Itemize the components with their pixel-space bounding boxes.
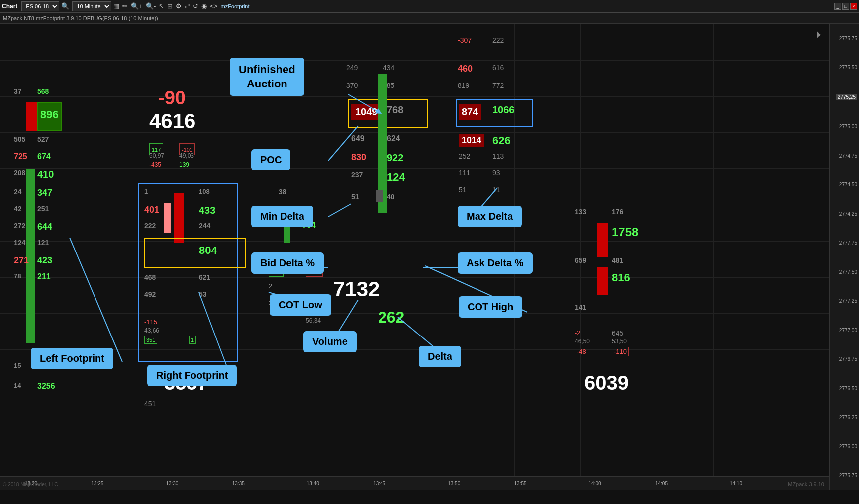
- price-tick: 2776,50: [839, 386, 857, 391]
- close-button[interactable]: ×: [850, 3, 857, 10]
- timeframe-select[interactable]: 10 Minute: [72, 1, 111, 11]
- c5-r4-2: 113: [492, 152, 504, 160]
- callout-min-delta-text: Min Delta: [260, 211, 304, 222]
- c1-r10-bid: 271: [14, 255, 29, 266]
- c2-bottom-val: 451: [144, 400, 156, 408]
- c2-r2-bid: 401: [144, 205, 159, 215]
- c1-r4-bid: 725: [14, 152, 27, 161]
- magnifier-icon[interactable]: 🔍: [61, 2, 69, 10]
- price-tick: 2774,75: [839, 153, 857, 159]
- svg-line-11: [199, 292, 229, 372]
- c1-last-ask: 3256: [37, 382, 55, 391]
- price-tick: 2777,25: [839, 298, 857, 304]
- c5-r5-1: 111: [459, 169, 470, 177]
- c5-val1: 874: [462, 106, 478, 117]
- c1-bottom-bid: 15: [14, 362, 21, 369]
- c2-r2-ask: 433: [199, 205, 215, 216]
- c1-r8-bid: 272: [14, 222, 25, 230]
- candle-c6-red2: [597, 267, 608, 295]
- time-1330: 13:30: [166, 481, 178, 486]
- zoom-out-icon[interactable]: 🔍-: [146, 2, 156, 10]
- c5-r3-1: 1014: [462, 135, 481, 145]
- callout-right-footprint: Right Footprint: [147, 365, 237, 386]
- chart-label: Chart: [2, 3, 17, 10]
- c2-box-val2: 1: [189, 336, 196, 344]
- infobar: MZpack.NT8.mzFootprint 3.9.10 DEBUG(ES 0…: [0, 13, 859, 24]
- indicator-icon[interactable]: ◉: [201, 2, 207, 10]
- plugin-name: mzFootprint: [220, 3, 249, 9]
- c1-r9-bid: 124: [14, 239, 25, 247]
- c4-red-cell: 1049: [351, 104, 382, 120]
- pencil-icon[interactable]: ✏: [122, 2, 128, 10]
- c2-price2: 49,03: [179, 152, 194, 159]
- refresh-icon[interactable]: ↺: [193, 2, 198, 10]
- nav-right-arrow[interactable]: ⏵: [814, 29, 824, 40]
- bars-icon[interactable]: ▦: [113, 2, 119, 10]
- c2-val2: 139: [179, 161, 189, 168]
- callout-unfinished-auction: Unfinished Auction: [230, 58, 304, 96]
- c1-r6-ask: 347: [37, 188, 52, 198]
- time-1400: 14:00: [589, 481, 601, 486]
- c2-vol-delta: -115: [144, 318, 157, 326]
- chart-data: 37 568 896 505 527 725 674 208 410 24 34…: [0, 24, 829, 476]
- maximize-button[interactable]: □: [842, 3, 849, 10]
- time-1405: 14:05: [655, 481, 668, 486]
- callout-volume-text: Volume: [312, 336, 348, 347]
- c2-r6-ask: 53: [199, 290, 207, 298]
- candle-c2-pink: [164, 203, 171, 233]
- window-buttons[interactable]: _ □ ×: [834, 3, 857, 10]
- c6-r1-1: 133: [575, 208, 586, 216]
- c6-box1: -48: [575, 347, 588, 356]
- callout-min-delta: Min Delta: [251, 206, 313, 227]
- zoom-in-icon[interactable]: 🔍+: [131, 2, 143, 10]
- callout-volume: Volume: [303, 331, 357, 352]
- callout-cot-low-text: COT Low: [279, 299, 322, 310]
- more-icon[interactable]: <>: [210, 2, 217, 10]
- cursor-icon[interactable]: ↖: [159, 2, 164, 10]
- volume-main: 7132: [333, 277, 380, 301]
- instrument-select[interactable]: ES 06-18: [21, 1, 59, 11]
- c1-r11-ask: 211: [37, 272, 51, 281]
- c1-r5-ask: 410: [37, 169, 54, 180]
- c2-r1-bid: 1: [144, 188, 148, 195]
- volume3: 6039: [584, 372, 629, 394]
- c1-r10-ask: 423: [37, 255, 52, 266]
- price-tick: 2775,75: [839, 473, 857, 478]
- c1-r11-bid: 78: [14, 272, 21, 280]
- time-1355: 13:55: [514, 481, 527, 486]
- c5-r6-2: 11: [492, 186, 500, 194]
- c1-r1-bid: 37: [14, 87, 22, 95]
- data-icon[interactable]: ⊞: [167, 2, 173, 10]
- callout-left-footprint: Left Footprint: [31, 348, 113, 369]
- c2-r3-ask: 244: [199, 222, 210, 230]
- c2-pct: 43,66: [144, 327, 159, 334]
- price-main: 4616: [149, 109, 195, 133]
- c2-r6-bid: 492: [144, 290, 156, 298]
- c1-r3-bid: 505: [14, 135, 25, 143]
- c1-r5-bid: 208: [14, 169, 25, 177]
- c5-top-neg: -307: [458, 36, 472, 44]
- c4-val2: 768: [387, 104, 403, 116]
- arrows-icon[interactable]: ⇄: [185, 2, 190, 10]
- c6-box2: -110: [612, 347, 629, 356]
- c5-val2: 1066: [492, 104, 515, 116]
- props-icon[interactable]: ⚙: [176, 2, 182, 10]
- price-tick: 2776,00: [839, 444, 857, 449]
- minimize-button[interactable]: _: [834, 3, 841, 10]
- candle-c1-red: [26, 102, 38, 131]
- c1-r3-ask: 527: [37, 135, 49, 143]
- c6-r3-2: 481: [612, 256, 623, 264]
- c5-r5-2: 93: [492, 169, 500, 177]
- time-1335: 13:35: [232, 481, 245, 486]
- c1-r8-ask: 644: [37, 222, 52, 232]
- c1-r2-ask-cell: 896: [37, 102, 62, 131]
- c2-r1-ask: 108: [199, 188, 210, 195]
- callout-left-footprint-text: Left Footprint: [40, 353, 104, 364]
- c6-r5-1: 141: [575, 303, 586, 311]
- svg-line-2: [328, 204, 351, 217]
- time-1350: 13:50: [448, 481, 460, 486]
- c6-r4-ask: 816: [612, 271, 630, 284]
- c2-r4-ask: 804: [199, 244, 217, 257]
- c4-top1: 249: [346, 64, 358, 72]
- callout-cot-low: COT Low: [270, 294, 331, 316]
